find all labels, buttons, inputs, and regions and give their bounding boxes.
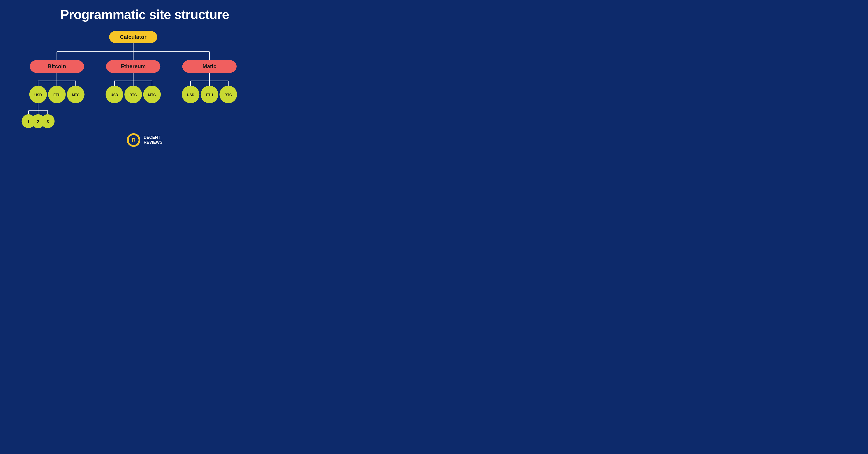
bitcoin-eth-label: ETH — [53, 93, 60, 97]
brand-logo-inner: R — [129, 135, 138, 145]
brand-name-line1: DECENT — [144, 135, 162, 140]
bitcoin-usd-label: USD — [34, 93, 42, 97]
matic-label: Matic — [203, 63, 216, 69]
brand-logo-icon: R — [132, 137, 135, 143]
matic-btc-label: BTC — [225, 93, 232, 97]
ethereum-usd-label: USD — [111, 93, 118, 97]
number-2-label: 2 — [37, 119, 39, 124]
brand-footer: R DECENT REVIEWS — [127, 133, 162, 147]
calculator-label: Calculator — [120, 34, 146, 40]
ethereum-label: Ethereum — [121, 63, 146, 69]
brand-logo: R — [127, 133, 141, 147]
bitcoin-label: Bitcoin — [48, 63, 66, 69]
page-title: Programmatic site structure — [60, 7, 229, 22]
matic-usd-label: USD — [187, 93, 194, 97]
ethereum-mtc-label: MTC — [148, 93, 156, 97]
brand-name: DECENT REVIEWS — [144, 135, 162, 145]
brand-name-line2: REVIEWS — [144, 140, 162, 145]
site-structure-diagram: Calculator Bitcoin Ethereum Matic USD ET… — [9, 29, 280, 131]
number-1-label: 1 — [27, 119, 30, 124]
bitcoin-mtc-label: MTC — [72, 93, 80, 97]
matic-eth-label: ETH — [206, 93, 213, 97]
number-3-label: 3 — [46, 119, 49, 124]
main-container: Programmatic site structure Calculator B… — [0, 0, 289, 151]
ethereum-btc-label: BTC — [129, 93, 137, 97]
